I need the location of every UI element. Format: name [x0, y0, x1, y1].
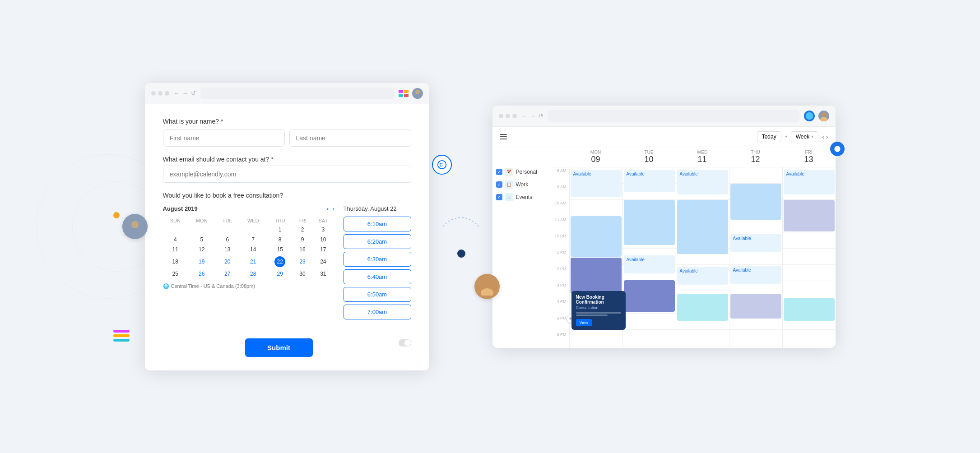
- event-tue-purple-2[interactable]: [624, 280, 675, 312]
- personal-icon: 📅: [505, 168, 513, 176]
- calendar-day[interactable]: 13: [215, 245, 239, 254]
- calendar-day[interactable]: 12: [188, 245, 215, 254]
- event-thu-blue[interactable]: [730, 184, 781, 220]
- calendar-nav-arrows[interactable]: ‹ ›: [822, 133, 828, 140]
- consultation-question: Would you like to book a free consultati…: [163, 192, 411, 199]
- prev-month-button[interactable]: ‹: [327, 205, 329, 212]
- calendar-day[interactable]: 31: [312, 269, 334, 279]
- personal-checkbox[interactable]: ✓: [496, 169, 502, 175]
- forward-button[interactable]: →: [182, 90, 188, 97]
- work-checkbox[interactable]: ✓: [496, 181, 502, 188]
- time-slot[interactable]: 6:40am: [344, 269, 411, 284]
- calendar-day[interactable]: 30: [293, 269, 312, 279]
- back-button-r[interactable]: ←: [521, 112, 527, 119]
- last-name-input[interactable]: [289, 129, 411, 147]
- next-month-button[interactable]: ›: [332, 205, 334, 212]
- calendar-day[interactable]: 14: [239, 245, 267, 254]
- event-mon-purple[interactable]: [571, 258, 622, 294]
- sidebar-item-work[interactable]: ✓ 📋 Work: [496, 180, 547, 189]
- event-wed-blue[interactable]: [677, 200, 728, 254]
- event-fri-teal[interactable]: [784, 298, 835, 321]
- calendar-day[interactable]: 21: [239, 254, 267, 269]
- toggle-knob: [404, 340, 411, 346]
- calendar-day[interactable]: 17: [312, 245, 334, 254]
- event-tue-available[interactable]: Available: [624, 170, 675, 192]
- event-wed-teal[interactable]: [677, 294, 728, 321]
- calendar-day[interactable]: 2: [293, 225, 312, 235]
- refresh-button[interactable]: ↺: [191, 90, 196, 97]
- user-avatar-browser[interactable]: [412, 88, 423, 99]
- refresh-button-r[interactable]: ↺: [539, 112, 543, 119]
- day-headers: MON 09 TUE 10 WED 11: [551, 147, 836, 167]
- event-fri-purple[interactable]: [784, 200, 835, 231]
- user-avatar-browser-right[interactable]: [818, 111, 829, 121]
- time-slot[interactable]: 6:20am: [344, 234, 411, 249]
- calendar-day[interactable]: 25: [163, 269, 188, 279]
- col-fri: FRI: [293, 217, 312, 225]
- calendar-day[interactable]: 16: [293, 245, 312, 254]
- back-button[interactable]: ←: [174, 90, 180, 97]
- calendar-day[interactable]: 23: [293, 254, 312, 269]
- calendar-day[interactable]: 18: [163, 254, 188, 269]
- calendar-day[interactable]: 28: [239, 269, 267, 279]
- work-icon: 📋: [505, 180, 513, 189]
- calendar-day[interactable]: 22: [267, 254, 293, 269]
- calendar-day[interactable]: 26: [188, 269, 215, 279]
- event-wed-available[interactable]: Available: [677, 170, 728, 194]
- week-button[interactable]: Week ▾: [791, 131, 818, 142]
- event-mon-available-1[interactable]: Available: [571, 170, 622, 197]
- event-fri-available[interactable]: Available: [784, 170, 835, 194]
- prev-week-button[interactable]: ‹: [822, 133, 824, 140]
- mini-calendar[interactable]: August 2019 ‹ › SUN MON TU: [163, 205, 334, 322]
- event-tue-blue[interactable]: [624, 200, 675, 245]
- calendar-day[interactable]: 5: [188, 235, 215, 245]
- submit-button[interactable]: Submit: [245, 338, 313, 357]
- calendar-day: [188, 225, 215, 235]
- calendar-nav[interactable]: ‹ ›: [327, 205, 334, 212]
- browser-nav[interactable]: ← → ↺: [174, 90, 196, 97]
- event-thu-purple[interactable]: [730, 294, 781, 319]
- time-slot[interactable]: 7:00am: [344, 305, 411, 319]
- email-input[interactable]: [163, 166, 411, 183]
- calendar-day[interactable]: 8: [267, 235, 293, 245]
- calendar-day[interactable]: 15: [267, 245, 293, 254]
- calendar-day[interactable]: 29: [267, 269, 293, 279]
- next-week-button[interactable]: ›: [826, 133, 828, 140]
- calendar-day[interactable]: 9: [293, 235, 312, 245]
- sidebar-item-personal[interactable]: ✓ 📅 Personal: [496, 168, 547, 176]
- calendar-day[interactable]: 3: [312, 225, 334, 235]
- browser-nav-right[interactable]: ← → ↺: [521, 112, 543, 119]
- submit-toggle[interactable]: [399, 339, 411, 347]
- calendar-day[interactable]: 7: [239, 235, 267, 245]
- events-checkbox[interactable]: ✓: [496, 194, 502, 200]
- event-thu-available-2[interactable]: Available: [730, 266, 781, 284]
- event-tue-available-2[interactable]: Available: [624, 255, 675, 273]
- toolbar-right: Today ▾ Week ▾ ‹ ›: [757, 131, 828, 142]
- calendar-day[interactable]: 6: [215, 235, 239, 245]
- calendar-day[interactable]: 1: [267, 225, 293, 235]
- calendar-day[interactable]: 10: [312, 235, 334, 245]
- url-bar[interactable]: [200, 88, 394, 99]
- calendar-day[interactable]: 27: [215, 269, 239, 279]
- time-slot[interactable]: 6:30am: [344, 252, 411, 267]
- sidebar-item-events[interactable]: ✓ ☁️ Events: [496, 193, 547, 201]
- calendar-day[interactable]: 24: [312, 254, 334, 269]
- event-thu-available[interactable]: Available: [730, 234, 781, 252]
- globe-icon: 🌐: [163, 283, 169, 289]
- event-mon-blue[interactable]: [571, 216, 622, 257]
- url-bar-right[interactable]: [548, 110, 799, 122]
- calendar-day[interactable]: 4: [163, 235, 188, 245]
- calendar-day[interactable]: 11: [163, 245, 188, 254]
- calendar-day[interactable]: 19: [188, 254, 215, 269]
- calendar-day[interactable]: 20: [215, 254, 239, 269]
- time-slot[interactable]: 6:10am: [344, 217, 411, 231]
- hamburger-menu[interactable]: [500, 134, 507, 139]
- today-button[interactable]: Today: [757, 131, 781, 142]
- time-slot[interactable]: 6:50am: [344, 287, 411, 302]
- forward-button-r[interactable]: →: [530, 112, 536, 119]
- event-wed-available-2[interactable]: Available: [677, 267, 728, 285]
- popup-lines: [576, 312, 621, 316]
- svg-point-1: [129, 228, 141, 236]
- first-name-input[interactable]: [163, 129, 285, 147]
- popup-view-button[interactable]: View: [576, 319, 592, 326]
